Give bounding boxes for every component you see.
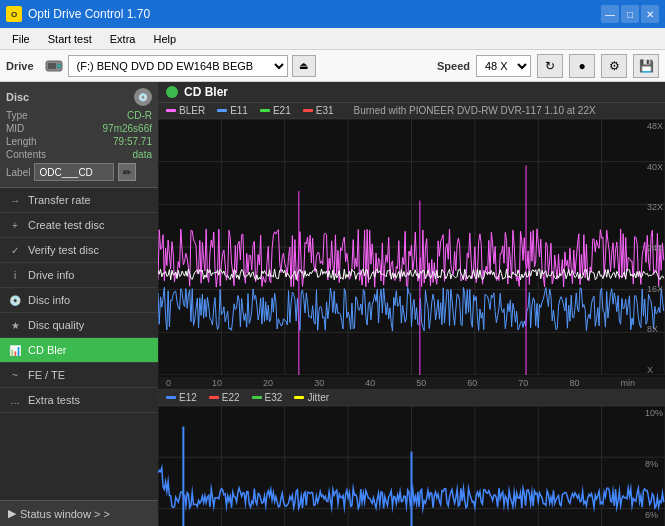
legend-e32: E32 [252,392,283,403]
e22-label: E22 [222,392,240,403]
lower-y-axis-right: 10% 8% 6% 4% 2% [645,406,663,526]
menu-start-test[interactable]: Start test [40,31,100,47]
status-window-button[interactable]: ▶ Status window > > [0,500,158,526]
jitter-dot [294,396,304,399]
e21-dot [260,109,270,112]
legend-note: Burned with PIONEER DVD-RW DVR-117 1.10 … [354,105,596,116]
menu-bar: File Start test Extra Help [0,28,665,50]
type-label: Type [6,110,28,121]
mid-label: MID [6,123,24,134]
toolbar: Drive (F:) BENQ DVD DD EW164B BEGB ⏏ Spe… [0,50,665,82]
status-window-label: Status window > > [20,508,110,520]
nav-icon-drive-info: i [8,268,22,282]
disc-length-row: Length 79:57.71 [6,136,152,147]
lower-legend: E12 E22 E32 Jitter [158,390,665,406]
legend-jitter: Jitter [294,392,329,403]
e31-dot [303,109,313,112]
legend-e31: E31 [303,105,334,116]
sidebar-item-fe-te[interactable]: ~FE / TE [0,363,158,388]
sidebar-item-extra-tests[interactable]: …Extra tests [0,388,158,413]
contents-value: data [133,149,152,160]
e12-label: E12 [179,392,197,403]
upper-canvas [158,119,665,375]
drive-dropdown[interactable]: (F:) BENQ DVD DD EW164B BEGB [68,55,288,77]
nav-label-disc-info: Disc info [28,294,70,306]
record-button[interactable]: ● [569,54,595,78]
main-area: Disc 💿 Type CD-R MID 97m26s66f Length 79… [0,82,665,526]
nav-label-verify-test-disc: Verify test disc [28,244,99,256]
sidebar-item-cd-bler[interactable]: 📊CD Bler [0,338,158,363]
disc-label-row: Label ✏ [6,163,152,181]
nav-label-drive-info: Drive info [28,269,74,281]
close-button[interactable]: ✕ [641,5,659,23]
e11-dot [217,109,227,112]
sidebar-item-drive-info[interactable]: iDrive info [0,263,158,288]
speed-label: Speed [437,60,470,72]
legend-bler: BLER [166,105,205,116]
nav-label-extra-tests: Extra tests [28,394,80,406]
bler-label: BLER [179,105,205,116]
legend-e21: E21 [260,105,291,116]
label-key: Label [6,167,30,178]
app-icon: O [6,6,22,22]
legend-e11: E11 [217,105,248,116]
drive-label: Drive [6,60,34,72]
upper-y-axis: 48X 40X 32X 24X 16X 8X X [647,119,663,377]
contents-label: Contents [6,149,46,160]
sidebar: Disc 💿 Type CD-R MID 97m26s66f Length 79… [0,82,158,526]
nav-icon-fe-te: ~ [8,368,22,382]
refresh-button[interactable]: ↻ [537,54,563,78]
disc-contents-row: Contents data [6,149,152,160]
app-title: Opti Drive Control 1.70 [28,7,150,21]
maximize-button[interactable]: □ [621,5,639,23]
svg-rect-1 [48,63,56,69]
e22-dot [209,396,219,399]
sidebar-item-verify-test-disc[interactable]: ✓Verify test disc [0,238,158,263]
nav-list: →Transfer rate+Create test disc✓Verify t… [0,188,158,413]
label-input[interactable] [34,163,114,181]
menu-extra[interactable]: Extra [102,31,144,47]
sidebar-item-disc-quality[interactable]: ★Disc quality [0,313,158,338]
nav-icon-disc-info: 💿 [8,293,22,307]
nav-icon-cd-bler: 📊 [8,343,22,357]
e11-label: E11 [230,105,248,116]
drive-icon [44,56,64,76]
menu-file[interactable]: File [4,31,38,47]
chart-icon [166,86,178,98]
nav-icon-transfer-rate: → [8,193,22,207]
lower-chart: 10% 8% 6% 4% 2% [158,406,665,526]
nav-label-cd-bler: CD Bler [28,344,67,356]
content-area: CD Bler BLER E11 E21 [158,82,665,526]
minimize-button[interactable]: — [601,5,619,23]
type-value: CD-R [127,110,152,121]
title-bar-left: O Opti Drive Control 1.70 [6,6,150,22]
nav-label-create-test-disc: Create test disc [28,219,104,231]
upper-x-axis: 0 10 20 30 40 50 60 70 80 min [158,377,665,389]
nav-icon-disc-quality: ★ [8,318,22,332]
nav-icon-extra-tests: … [8,393,22,407]
nav-label-disc-quality: Disc quality [28,319,84,331]
eject-button[interactable]: ⏏ [292,55,316,77]
e21-label: E21 [273,105,291,116]
e32-label: E32 [265,392,283,403]
speed-dropdown[interactable]: 48 X [476,55,531,77]
disc-type-row: Type CD-R [6,110,152,121]
upper-legend: BLER E11 E21 E31 Burned with PIONEER DVD… [158,103,665,119]
save-button[interactable]: 💾 [633,54,659,78]
disc-panel: Disc 💿 Type CD-R MID 97m26s66f Length 79… [0,82,158,188]
mid-value: 97m26s66f [103,123,152,134]
sidebar-item-disc-info[interactable]: 💿Disc info [0,288,158,313]
sidebar-item-transfer-rate[interactable]: →Transfer rate [0,188,158,213]
legend-e12: E12 [166,392,197,403]
menu-help[interactable]: Help [145,31,184,47]
bler-dot [166,109,176,112]
sidebar-item-create-test-disc[interactable]: +Create test disc [0,213,158,238]
lower-canvas [158,406,665,526]
nav-label-fe-te: FE / TE [28,369,65,381]
disc-mid-row: MID 97m26s66f [6,123,152,134]
settings-button[interactable]: ⚙ [601,54,627,78]
svg-point-2 [57,64,61,68]
label-edit-button[interactable]: ✏ [118,163,136,181]
jitter-label: Jitter [307,392,329,403]
disc-icon: 💿 [134,88,152,106]
